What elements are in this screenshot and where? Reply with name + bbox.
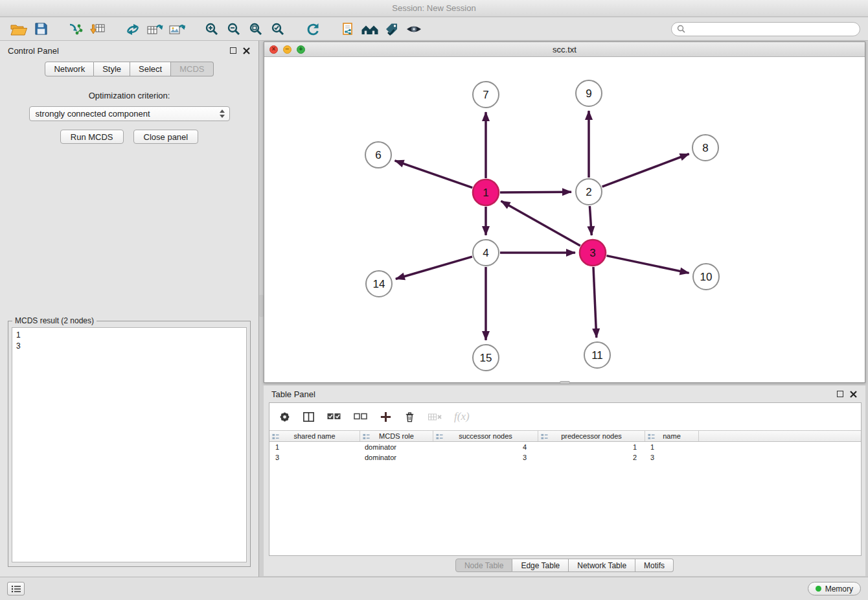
table-cell: 1 — [269, 443, 360, 451]
node-label: 4 — [483, 247, 488, 259]
select-all-icon — [326, 411, 341, 422]
delete-column-icon — [428, 411, 442, 422]
search-field[interactable] — [671, 22, 860, 36]
node-9[interactable]: 9 — [576, 80, 602, 106]
status-bar: Memory — [0, 577, 868, 600]
edge-4-14[interactable] — [396, 257, 472, 279]
network-canvas[interactable]: 7968124314101511 — [264, 57, 865, 382]
table-row[interactable]: 1dominator411 — [269, 442, 861, 452]
zoom-fit-button[interactable] — [245, 19, 267, 39]
edge-3-11[interactable] — [593, 267, 597, 338]
image-export-icon — [168, 22, 185, 36]
close-panel-button[interactable]: Close panel — [133, 130, 199, 144]
column-header-name[interactable]: name — [645, 431, 699, 441]
close-table-panel-icon[interactable] — [849, 389, 858, 398]
table-panel-header: Table Panel — [264, 386, 865, 402]
edge-1-6[interactable] — [395, 161, 473, 188]
import-table-icon — [90, 22, 106, 36]
node-3[interactable]: 3 — [580, 240, 606, 266]
column-header-MCDS-role[interactable]: MCDS role — [360, 431, 433, 441]
chevron-updown-icon — [219, 110, 225, 119]
tab-edge-table[interactable]: Edge Table — [512, 559, 569, 572]
import-table-button[interactable] — [87, 19, 109, 39]
zoom-fit-icon — [249, 22, 263, 36]
clone-network-button[interactable] — [337, 19, 359, 39]
close-panel-icon[interactable] — [242, 46, 251, 55]
eye-button[interactable] — [403, 19, 425, 39]
edge-3-1[interactable] — [501, 201, 580, 246]
tab-style[interactable]: Style — [94, 62, 130, 76]
column-label: MCDS role — [379, 432, 414, 440]
node-label: 11 — [591, 349, 603, 362]
window-resize-grip[interactable] — [560, 381, 570, 384]
node-15[interactable]: 15 — [473, 345, 499, 371]
zoom-out-button[interactable] — [223, 19, 245, 39]
home-button[interactable] — [359, 19, 381, 39]
gear-button[interactable] — [279, 411, 291, 423]
network-table-button[interactable] — [144, 19, 166, 39]
optimization-label: Optimization criterion: — [0, 91, 258, 100]
column-label: successor nodes — [459, 432, 512, 440]
style-button[interactable] — [381, 19, 403, 39]
node-label: 14 — [373, 278, 385, 290]
memory-button[interactable]: Memory — [808, 582, 861, 595]
float-table-panel-icon[interactable] — [837, 391, 843, 397]
save-button[interactable] — [30, 19, 52, 39]
app-title: Session: New Session — [392, 3, 475, 13]
zoom-in-button[interactable] — [201, 19, 223, 39]
table-content: f(x) shared nameMCDS rolesuccessor nodes… — [269, 402, 862, 556]
refresh-button[interactable] — [302, 19, 324, 39]
node-8[interactable]: 8 — [692, 135, 718, 161]
table-cell: 4 — [433, 443, 538, 451]
control-panel: Control Panel NetworkStyleSelectMCDS Opt… — [0, 41, 259, 577]
columns-button[interactable] — [303, 411, 315, 423]
node-10[interactable]: 10 — [693, 264, 719, 290]
search-input[interactable] — [689, 25, 854, 34]
home-icon — [361, 22, 379, 36]
edge-2-8[interactable] — [602, 154, 689, 187]
float-panel-icon[interactable] — [230, 47, 236, 54]
edge-2-3[interactable] — [589, 206, 591, 235]
tab-network-table[interactable]: Network Table — [569, 559, 635, 572]
edge-1-2[interactable] — [500, 192, 571, 192]
table-cell: 2 — [538, 454, 645, 461]
tab-motifs[interactable]: Motifs — [635, 559, 674, 572]
node-2[interactable]: 2 — [576, 179, 602, 205]
edge-3-10[interactable] — [607, 256, 689, 273]
optimization-criterion-dropdown[interactable]: strongly connected component — [29, 106, 230, 121]
tab-network[interactable]: Network — [45, 62, 94, 76]
select-all-button[interactable] — [326, 411, 341, 422]
add-row-button[interactable] — [380, 411, 392, 423]
sort-icon — [436, 433, 443, 440]
layout-button[interactable] — [122, 19, 144, 39]
zoom-selected-button[interactable] — [267, 19, 289, 39]
node-7[interactable]: 7 — [473, 82, 499, 108]
unselect-all-button[interactable] — [353, 411, 368, 422]
refresh-icon — [305, 22, 321, 36]
node-11[interactable]: 11 — [584, 342, 610, 368]
node-1[interactable]: 1 — [473, 179, 499, 205]
table-cell: 3 — [645, 454, 699, 461]
table-row[interactable]: 3dominator323 — [269, 452, 861, 463]
column-header-shared-name[interactable]: shared name — [269, 431, 360, 441]
log-console-button[interactable] — [7, 582, 25, 595]
node-6[interactable]: 6 — [365, 142, 391, 168]
network-window-titlebar[interactable]: scc.txt ×−+ — [264, 42, 865, 57]
import-network-button[interactable] — [65, 19, 87, 39]
open-folder-button[interactable] — [8, 19, 30, 39]
tab-node-table[interactable]: Node Table — [455, 559, 513, 572]
panel-splitter-handle[interactable] — [259, 295, 264, 317]
main-toolbar — [0, 17, 868, 41]
column-header-successor-nodes[interactable]: successor nodes — [433, 431, 538, 441]
tab-select[interactable]: Select — [130, 62, 171, 76]
image-export-button[interactable] — [166, 19, 188, 39]
delete-row-button[interactable] — [404, 411, 416, 423]
tab-mcds[interactable]: MCDS — [171, 62, 213, 76]
column-header-predecessor-nodes[interactable]: predecessor nodes — [538, 431, 645, 441]
run-mcds-button[interactable]: Run MCDS — [60, 130, 124, 144]
node-14[interactable]: 14 — [366, 271, 392, 297]
column-label: shared name — [293, 432, 335, 440]
zoom-out-icon — [227, 22, 241, 36]
node-4[interactable]: 4 — [473, 240, 499, 266]
columns-icon — [303, 411, 315, 423]
